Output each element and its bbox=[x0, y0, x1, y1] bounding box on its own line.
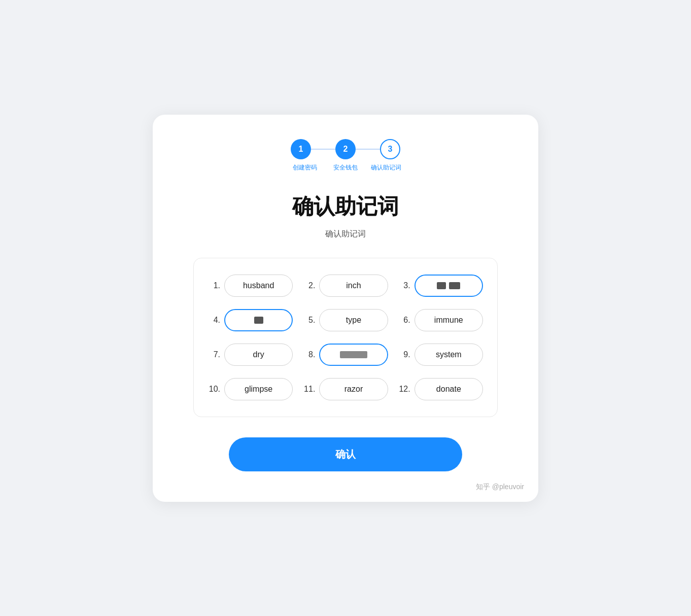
word-item-9: 9. system bbox=[398, 344, 483, 366]
word-item-3: 3. bbox=[398, 275, 483, 297]
redacted-block-4 bbox=[254, 317, 263, 324]
word-item-11: 11. razor bbox=[303, 378, 388, 400]
word-box-9[interactable]: system bbox=[414, 344, 483, 366]
page-subtitle: 确认助记词 bbox=[193, 229, 498, 239]
word-number-2: 2. bbox=[303, 281, 315, 290]
step-line-2 bbox=[356, 149, 380, 150]
word-number-8: 8. bbox=[303, 350, 315, 359]
word-number-4: 4. bbox=[208, 316, 220, 325]
redacted-block-8 bbox=[340, 351, 367, 358]
main-card: 1 2 3 创建密码 安全钱包 确认助记词 确认助记词 确认助记词 1. hus… bbox=[153, 115, 538, 502]
stepper-labels: 创建密码 安全钱包 确认助记词 bbox=[285, 163, 406, 172]
word-number-1: 1. bbox=[208, 281, 220, 290]
word-number-10: 10. bbox=[208, 385, 220, 394]
word-grid-container: 1. husband 2. inch 3. bbox=[193, 258, 498, 417]
step-2: 2 bbox=[335, 139, 356, 159]
confirm-button[interactable]: 确认 bbox=[229, 437, 462, 471]
word-box-4[interactable] bbox=[224, 309, 293, 331]
word-grid: 1. husband 2. inch 3. bbox=[208, 275, 483, 400]
word-number-9: 9. bbox=[398, 350, 410, 359]
step-line-1 bbox=[311, 149, 335, 150]
word-item-12: 12. donate bbox=[398, 378, 483, 400]
word-number-7: 7. bbox=[208, 350, 220, 359]
word-number-11: 11. bbox=[303, 385, 315, 394]
word-number-5: 5. bbox=[303, 316, 315, 325]
word-item-4: 4. bbox=[208, 309, 293, 331]
redacted-block-3a bbox=[437, 282, 446, 289]
word-box-3[interactable] bbox=[414, 275, 483, 297]
word-box-12[interactable]: donate bbox=[414, 378, 483, 400]
word-box-8[interactable] bbox=[319, 344, 388, 366]
step-label-3: 确认助记词 bbox=[366, 163, 406, 172]
word-number-3: 3. bbox=[398, 281, 410, 290]
word-box-11[interactable]: razor bbox=[319, 378, 388, 400]
watermark: 知乎 @pleuvoir bbox=[476, 483, 524, 492]
word-box-10[interactable]: glimpse bbox=[224, 378, 293, 400]
word-item-6: 6. immune bbox=[398, 309, 483, 331]
word-item-1: 1. husband bbox=[208, 275, 293, 297]
page-title: 确认助记词 bbox=[193, 192, 498, 221]
word-box-1[interactable]: husband bbox=[224, 275, 293, 297]
redacted-block-3b bbox=[449, 282, 460, 289]
step-1: 1 bbox=[291, 139, 311, 159]
step-3: 3 bbox=[380, 139, 400, 159]
word-number-6: 6. bbox=[398, 316, 410, 325]
word-box-5[interactable]: type bbox=[319, 309, 388, 331]
stepper-circles: 1 2 3 bbox=[291, 139, 400, 159]
word-box-7[interactable]: dry bbox=[224, 344, 293, 366]
word-item-10: 10. glimpse bbox=[208, 378, 293, 400]
word-item-5: 5. type bbox=[303, 309, 388, 331]
word-number-12: 12. bbox=[398, 385, 410, 394]
word-box-2[interactable]: inch bbox=[319, 275, 388, 297]
step-label-2: 安全钱包 bbox=[325, 163, 366, 172]
word-item-7: 7. dry bbox=[208, 344, 293, 366]
step-label-1: 创建密码 bbox=[285, 163, 325, 172]
word-item-8: 8. bbox=[303, 344, 388, 366]
word-box-6[interactable]: immune bbox=[414, 309, 483, 331]
word-item-2: 2. inch bbox=[303, 275, 388, 297]
stepper: 1 2 3 创建密码 安全钱包 确认助记词 bbox=[193, 139, 498, 172]
